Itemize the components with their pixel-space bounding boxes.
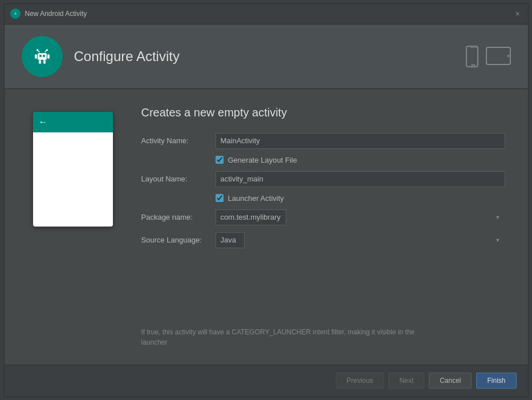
package-name-select[interactable]: com.test.mylibrary [216,209,286,225]
phone-preview: ← [33,112,113,227]
launcher-activity-row: Launcher Activity [141,194,505,203]
svg-rect-15 [471,64,476,66]
svg-rect-17 [486,47,510,64]
phone-body [33,132,113,227]
previous-button[interactable]: Previous [336,373,384,389]
header-section: Configure Activity [5,25,528,89]
cancel-button[interactable]: Cancel [429,373,472,389]
svg-point-5 [36,49,38,51]
svg-point-7 [46,49,48,51]
activity-name-label: Activity Name: [141,136,216,145]
activity-name-input[interactable] [216,133,505,149]
svg-rect-12 [39,60,41,64]
dialog-title: New Android Activity [25,10,513,18]
source-language-row: Source Language: Java Kotlin [141,232,505,248]
content-area: ← Creates a new empty activity Activity … [5,89,528,365]
layout-name-input[interactable] [216,171,505,187]
layout-name-label: Layout Name: [141,175,216,183]
footer: Previous Next Cancel Finish [5,365,528,397]
phone-top-bar: ← [33,112,113,132]
package-name-row: Package name: com.test.mylibrary [141,209,505,225]
svg-text:A: A [14,12,16,15]
svg-point-9 [43,55,45,57]
title-bar: A New Android Activity × [5,4,528,25]
svg-rect-11 [47,54,50,59]
generate-layout-checkbox[interactable] [216,156,224,164]
form-title: Creates a new empty activity [141,106,505,119]
generate-layout-row: Generate Layout File [141,156,505,164]
svg-rect-10 [35,54,37,59]
package-name-label: Package name: [141,213,216,221]
form-panel: Creates a new empty activity Activity Na… [141,106,505,348]
hint-text: If true, this activity will have a CATEG… [141,316,438,348]
launcher-activity-label: Launcher Activity [228,194,284,203]
source-language-select-wrapper: Java Kotlin [216,232,505,248]
finish-button[interactable]: Finish [476,373,516,389]
svg-rect-14 [466,46,478,67]
svg-rect-3 [38,53,47,60]
title-icon: A [10,9,21,19]
device-icons [464,46,511,67]
activity-name-row: Activity Name: [141,133,505,149]
launcher-activity-checkbox[interactable] [216,194,224,202]
preview-panel: ← [27,106,119,348]
android-logo [22,36,63,77]
svg-rect-16 [470,47,477,48]
generate-layout-label: Generate Layout File [228,156,297,164]
svg-rect-13 [43,60,46,64]
source-language-label: Source Language: [141,236,216,244]
source-language-select[interactable]: Java Kotlin [216,232,245,248]
dialog-container: A New Android Activity × [4,3,529,397]
svg-rect-18 [507,55,509,57]
svg-point-8 [39,55,42,57]
next-button[interactable]: Next [388,373,424,389]
close-button[interactable]: × [513,9,522,18]
back-arrow-icon: ← [39,117,48,127]
header-title: Configure Activity [74,49,180,64]
package-name-select-wrapper: com.test.mylibrary [216,209,505,225]
layout-name-row: Layout Name: [141,171,505,187]
